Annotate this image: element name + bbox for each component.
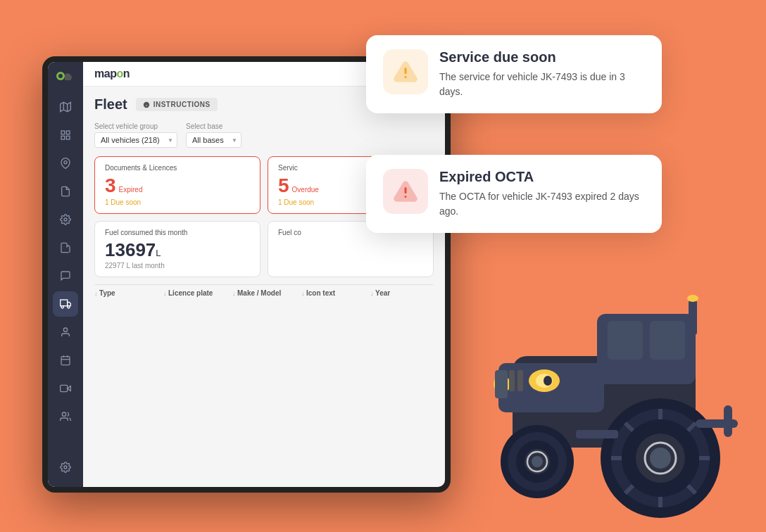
sidebar-item-map[interactable] <box>53 94 78 120</box>
col-type[interactable]: Type <box>94 289 158 297</box>
sidebar-item-location[interactable] <box>53 151 78 176</box>
main-content: mapon Fleet INSTRUCTIONS <box>83 62 445 487</box>
sidebar-item-documents[interactable] <box>53 179 78 204</box>
svg-point-10 <box>64 218 67 221</box>
fuel-last-month: 22977 L last month <box>105 262 250 270</box>
filters-section: Select vehicle group All vehicles (218) … <box>94 122 434 148</box>
col-licence[interactable]: Licence plate <box>163 289 227 297</box>
svg-marker-2 <box>61 102 71 111</box>
page-content: Fleet INSTRUCTIONS Select vehicle group … <box>83 87 445 487</box>
svg-rect-41 <box>495 370 508 398</box>
service-overdue-label: Overdue <box>292 186 319 194</box>
svg-rect-33 <box>513 356 696 448</box>
error-title: Expired OCTA <box>439 169 645 185</box>
svg-point-42 <box>687 295 698 302</box>
error-body: Expired OCTA The OCTA for vehicle JK-749… <box>439 169 645 219</box>
base-select[interactable]: All bases <box>186 132 241 148</box>
service-overdue-count: 5 <box>278 176 289 196</box>
svg-point-49 <box>611 409 710 507</box>
fuel-consumed-title: Fuel consumed this month <box>105 229 250 236</box>
sidebar-item-calendar[interactable] <box>53 348 78 373</box>
col-year[interactable]: Year <box>370 289 434 297</box>
svg-point-45 <box>544 376 552 386</box>
base-select-wrapper: All bases <box>186 132 241 148</box>
svg-rect-6 <box>66 131 70 134</box>
svg-marker-13 <box>68 302 71 305</box>
fuel-consumed-value: 13697 <box>105 239 156 260</box>
svg-point-66 <box>645 443 676 474</box>
svg-rect-70 <box>724 405 732 437</box>
svg-point-1 <box>58 74 63 78</box>
error-text: The OCTA for vehicle JK-7493 expired 2 d… <box>439 189 645 219</box>
svg-rect-22 <box>61 385 68 391</box>
svg-point-51 <box>636 433 685 483</box>
col-icon-text[interactable]: Icon text <box>301 289 365 297</box>
col-make-model[interactable]: Make / Model <box>232 289 296 297</box>
svg-rect-35 <box>608 321 643 360</box>
vehicle-group-label: Select vehicle group <box>94 122 177 130</box>
svg-line-57 <box>625 423 633 431</box>
sidebar-item-reports[interactable] <box>53 404 78 429</box>
svg-rect-38 <box>498 363 604 412</box>
vehicle-group-select-wrapper: All vehicles (218) <box>94 132 177 148</box>
svg-point-23 <box>62 412 65 416</box>
warning-icon-container <box>383 49 428 94</box>
svg-line-60 <box>688 423 696 431</box>
warning-text: The service for vehicle JK-7493 is due i… <box>439 70 645 99</box>
device-frame: mapon Fleet INSTRUCTIONS <box>42 56 451 493</box>
warning-title: Service due soon <box>439 49 645 65</box>
svg-point-43 <box>529 369 560 392</box>
svg-rect-69 <box>696 419 738 428</box>
svg-rect-34 <box>597 314 696 384</box>
sidebar-item-settings[interactable] <box>53 207 78 232</box>
sidebar-item-vehicle[interactable] <box>53 291 78 317</box>
docs-expired-label: Expired <box>119 186 143 194</box>
svg-point-67 <box>527 452 547 471</box>
sidebar-item-bottom-settings[interactable] <box>53 455 78 480</box>
app-logo: mapon <box>94 68 130 80</box>
svg-rect-46 <box>509 370 515 391</box>
svg-rect-5 <box>61 131 65 134</box>
fuel-consumed-unit: L <box>156 248 161 258</box>
docs-expired-count: 3 <box>105 176 116 196</box>
instructions-label: INSTRUCTIONS <box>153 101 211 108</box>
svg-line-59 <box>625 486 633 493</box>
warning-body: Service due soon The service for vehicle… <box>439 49 645 99</box>
svg-rect-36 <box>650 321 685 360</box>
vehicle-group-select[interactable]: All vehicles (218) <box>94 132 177 148</box>
tractor-illustration <box>428 251 766 532</box>
svg-rect-17 <box>61 357 70 365</box>
svg-point-63 <box>516 441 558 483</box>
sidebar-item-video[interactable] <box>53 376 78 401</box>
svg-point-39 <box>494 376 510 393</box>
svg-point-52 <box>650 448 671 469</box>
sidebar-item-chat[interactable] <box>53 263 78 289</box>
svg-line-58 <box>688 486 696 493</box>
svg-rect-68 <box>576 430 618 438</box>
svg-rect-47 <box>517 370 523 391</box>
sidebar-item-fuel[interactable] <box>53 235 78 260</box>
table-header: Type Licence plate Make / Model Icon tex… <box>94 284 434 301</box>
svg-point-14 <box>61 306 63 308</box>
page-title: Fleet <box>94 96 127 113</box>
docs-due-soon: 1 Due soon <box>105 198 250 206</box>
svg-point-24 <box>64 466 67 469</box>
docs-licences-card: Documents & Licences 3 Expired 1 Due soo… <box>94 156 260 214</box>
svg-point-50 <box>622 419 699 497</box>
sidebar <box>48 62 83 487</box>
svg-rect-12 <box>61 300 68 306</box>
sidebar-item-dashboard[interactable] <box>53 122 78 148</box>
svg-rect-37 <box>689 300 697 335</box>
instructions-button[interactable]: INSTRUCTIONS <box>136 98 218 111</box>
base-filter: Select base All bases <box>186 122 241 148</box>
notification-warning: Service due soon The service for vehicle… <box>366 35 662 113</box>
sidebar-item-user[interactable] <box>53 319 78 345</box>
svg-point-40 <box>496 379 508 390</box>
svg-point-62 <box>508 432 567 491</box>
notification-error: Expired OCTA The OCTA for vehicle JK-749… <box>366 155 662 233</box>
svg-marker-21 <box>68 386 71 391</box>
fuel-consumed-card: Fuel consumed this month 13697L 22977 L … <box>94 221 260 277</box>
svg-point-48 <box>601 398 720 518</box>
sidebar-logo <box>55 69 76 83</box>
docs-card-title: Documents & Licences <box>105 164 250 172</box>
